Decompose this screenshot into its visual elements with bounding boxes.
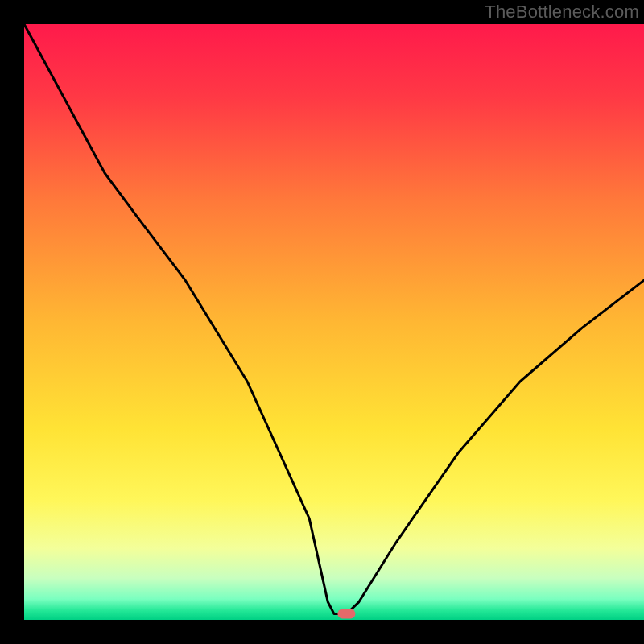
plot-background bbox=[24, 24, 644, 620]
bottleneck-chart bbox=[0, 0, 644, 644]
watermark-text: TheBottleneck.com bbox=[485, 2, 639, 23]
optimal-point-marker bbox=[337, 609, 355, 619]
chart-frame: TheBottleneck.com bbox=[0, 0, 644, 644]
